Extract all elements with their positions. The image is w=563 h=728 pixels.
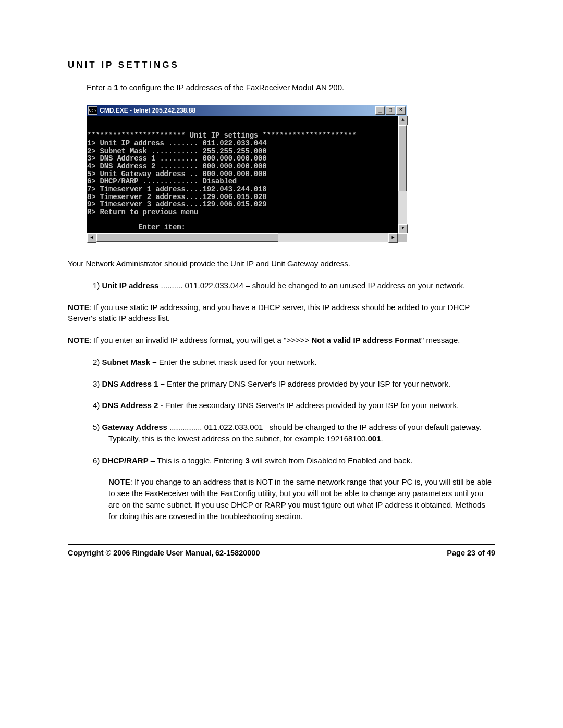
cmd-icon: C:\ [88,106,97,115]
vertical-scroll-track[interactable] [398,125,407,224]
maximize-button[interactable]: □ [386,106,395,115]
list-item-4: 4) DNS Address 2 - Enter the secondary D… [108,400,495,411]
scroll-right-button[interactable]: ► [388,233,398,243]
intro-bold: 1 [114,83,118,92]
item-number: 2) [93,357,102,366]
note-bold2: Not a valid IP address Format [311,336,421,344]
item-text: .......... 011.022.033.044 – should be c… [158,281,465,290]
item-bold: Unit IP address [102,281,159,290]
horizontal-scroll-track[interactable] [96,233,388,242]
item-end: will switch from Disabled to Enabled and… [250,456,413,465]
subnote-text: : If you change to an address that is NO… [108,477,492,520]
footer-rule [68,544,495,545]
list-item-5: 5) Gateway Address ............... 011.0… [108,422,495,445]
item-bold2: 3 [245,456,249,465]
horizontal-scrollbar[interactable]: ◄ ► [87,233,407,242]
note-text: : If you use static IP addressing, and y… [68,303,470,323]
item-number: 5) [93,423,102,431]
minimize-button[interactable]: _ [375,106,385,115]
note-label: NOTE [68,336,90,344]
note-1: NOTE: If you use static IP addressing, a… [68,302,495,325]
vertical-scrollbar[interactable]: ▲ ▼ [398,116,407,233]
list-item-3: 3) DNS Address 1 – Enter the primary DNS… [108,378,495,390]
item-number: 3) [93,379,102,388]
list-item-6: 6) DHCP/RARP – This is a toggle. Enterin… [108,455,495,466]
subnote-label: NOTE [108,477,130,486]
item-text: Enter the secondary DNS Server's IP addr… [163,401,459,410]
footer-left: Copyright © 2006 Ringdale User Manual, 6… [68,549,260,557]
note-2: NOTE: If you enter an invalid IP address… [68,335,495,346]
note-end: " message. [421,336,460,344]
item-text: Enter the primary DNS Server's IP addres… [165,379,450,388]
admin-note: Your Network Administrator should provid… [68,258,495,269]
scroll-up-button[interactable]: ▲ [398,116,408,125]
item-bold: DNS Address 2 - [102,401,163,410]
list-item-1: 1) Unit IP address .......... 011.022.03… [108,280,495,291]
terminal-content: *********************** Unit IP settings… [87,116,398,233]
item-number: 1) [93,281,102,290]
item-end: . [381,434,383,443]
window-title: CMD.EXE - telnet 205.242.238.88 [100,107,374,114]
resize-grip[interactable] [398,233,407,242]
window-titlebar: C:\ CMD.EXE - telnet 205.242.238.88 _ □ … [87,105,407,116]
intro-prefix: Enter a [87,83,114,92]
item-mid: – This is a toggle. Entering [149,456,246,465]
close-button[interactable]: × [396,106,406,115]
vertical-scroll-thumb[interactable] [398,125,407,192]
item-bold: DNS Address 1 – [102,379,165,388]
item-bold2: 001 [368,434,381,443]
footer-right: Page 23 of 49 [447,549,495,557]
sub-note: NOTE: If you change to an address that i… [108,476,495,522]
horizontal-scroll-thumb[interactable] [96,233,278,242]
item-bold: Subnet Mask – [102,357,157,366]
scroll-down-button[interactable]: ▼ [398,224,408,233]
note-mid: : If you enter an invalid IP address for… [90,336,312,344]
item-text: Enter the subnet mask used for your netw… [157,357,317,366]
list-item-2: 2) Subnet Mask – Enter the subnet mask u… [108,356,495,368]
scroll-left-button[interactable]: ◄ [87,233,96,243]
item-number: 6) [93,456,102,465]
cmd-window: C:\ CMD.EXE - telnet 205.242.238.88 _ □ … [87,105,407,242]
page-footer: Copyright © 2006 Ringdale User Manual, 6… [68,549,495,557]
item-number: 4) [93,401,102,410]
section-heading: UNIT IP SETTINGS [68,60,495,70]
item-bold: DHCP/RARP [102,456,149,465]
item-bold: Gateway Address [102,423,167,431]
note-label: NOTE [68,303,90,312]
intro-suffix: to configure the IP addresses of the Fax… [118,83,344,92]
intro-paragraph: Enter a 1 to configure the IP addresses … [87,82,495,93]
